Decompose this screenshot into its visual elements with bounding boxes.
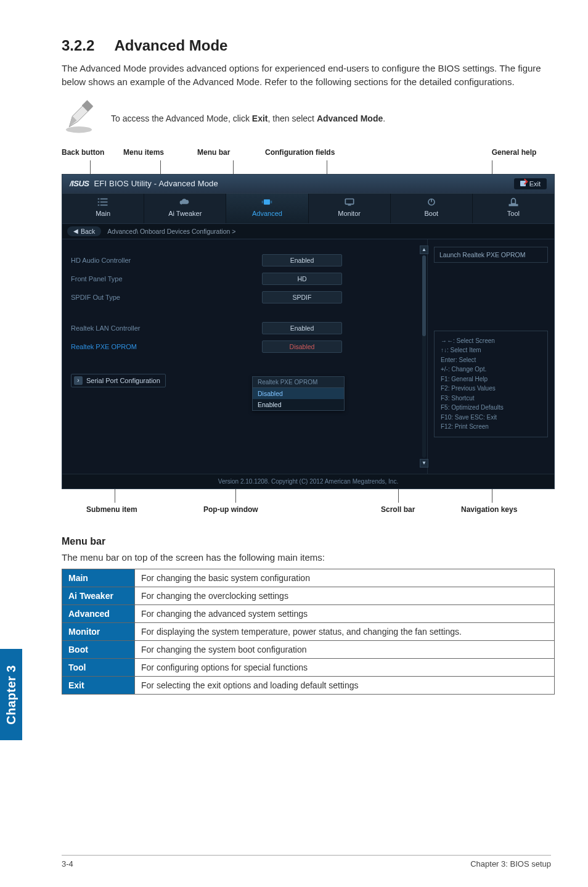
navkey-line: ↑↓: Select Item xyxy=(441,345,541,355)
scroll-up-button[interactable]: ▲ xyxy=(420,245,428,254)
bios-tab-bar: Main Ai Tweaker Advanced Monitor Boot To… xyxy=(62,194,554,223)
tab-boot-label: Boot xyxy=(424,210,438,217)
tab-advanced-label: Advanced xyxy=(252,210,282,217)
table-val: For configuring options for special func… xyxy=(135,658,555,676)
navkey-line: F3: Shortcut xyxy=(441,394,541,403)
table-row: BootFor changing the system boot configu… xyxy=(62,640,555,658)
label-back-button: Back button xyxy=(62,148,123,157)
scroll-thumb[interactable] xyxy=(422,255,426,336)
popup-option-enabled[interactable]: Enabled xyxy=(253,399,344,410)
tab-ai-label: Ai Tweaker xyxy=(168,210,202,217)
exit-icon xyxy=(520,181,526,186)
leader-line-bottom xyxy=(62,489,555,503)
leader-line-top xyxy=(62,160,555,174)
exit-button[interactable]: Exit xyxy=(514,178,547,189)
menu-bar-heading: Menu bar xyxy=(62,536,551,547)
chevron-right-icon: › xyxy=(74,376,83,385)
row-lan-value[interactable]: Enabled xyxy=(262,322,342,334)
navkey-line: +/-: Change Opt. xyxy=(441,365,541,374)
label-menu-bar: Menu bar xyxy=(197,148,265,157)
table-row: MainFor changing the basic system config… xyxy=(62,569,555,587)
table-val: For displaying the system temperature, p… xyxy=(135,622,555,640)
svg-rect-11 xyxy=(262,200,264,201)
top-callout-labels: Back button Menu items Menu bar Configur… xyxy=(62,148,551,157)
table-row: MonitorFor displaying the system tempera… xyxy=(62,622,555,640)
tab-boot[interactable]: Boot xyxy=(391,194,473,223)
arrow-left-icon: ◀ xyxy=(73,228,78,234)
table-row: ExitFor selecting the exit options and l… xyxy=(62,676,555,694)
tab-main[interactable]: Main xyxy=(62,194,144,223)
menu-bar-desc: The menu bar on top of the screen has th… xyxy=(62,552,551,563)
row-hd-audio-label: HD Audio Controller xyxy=(71,257,256,264)
cloud-icon xyxy=(179,197,191,207)
row-pxe: Realtek PXE OPROM Disabled xyxy=(71,340,421,353)
label-submenu-item: Submenu item xyxy=(86,505,137,514)
tab-main-label: Main xyxy=(96,210,110,217)
help-text: Launch Realtek PXE OPROM xyxy=(434,247,548,263)
section-title-text: Advanced Mode xyxy=(114,37,227,54)
table-key: Advanced xyxy=(62,604,135,622)
label-general-help: General help xyxy=(477,148,551,157)
svg-rect-9 xyxy=(100,204,108,205)
navkey-line: F12: Print Screen xyxy=(441,422,541,432)
chapter-side-tab: Chapter 3 xyxy=(0,649,22,740)
back-button-label: Back xyxy=(81,228,95,235)
navkey-line: F1: General Help xyxy=(441,374,541,384)
bios-scrollbar[interactable]: ▲ ▼ xyxy=(420,245,428,468)
row-lan-label: Realtek LAN Controller xyxy=(71,324,256,332)
svg-rect-14 xyxy=(271,202,272,203)
tab-advanced[interactable]: Advanced xyxy=(226,194,308,223)
bios-titlebar: /ISUS EFI BIOS Utility - Advanced Mode E… xyxy=(62,175,554,194)
table-val: For changing the advanced system setting… xyxy=(135,604,555,622)
svg-rect-13 xyxy=(271,200,272,201)
table-key: Main xyxy=(62,569,135,587)
table-val: For changing the basic system configurat… xyxy=(135,569,555,587)
back-button[interactable]: ◀ Back xyxy=(67,226,101,236)
row-spdif: SPDIF Out Type SPDIF xyxy=(71,291,421,303)
table-val: For selecting the exit options and loadi… xyxy=(135,676,555,694)
tab-ai-tweaker[interactable]: Ai Tweaker xyxy=(144,194,226,223)
power-icon xyxy=(425,197,438,207)
row-serial: › Serial Port Configuration xyxy=(71,374,421,387)
tool-icon xyxy=(507,197,520,207)
submenu-serial-port[interactable]: › Serial Port Configuration xyxy=(71,374,166,387)
label-config-fields: Configuration fields xyxy=(265,148,382,157)
label-menu-items: Menu items xyxy=(123,148,197,157)
section-number: 3.2.2 xyxy=(62,37,94,54)
breadcrumb-text: Advanced\ Onboard Devices Configuration … xyxy=(107,228,235,235)
row-front-panel-value[interactable]: HD xyxy=(262,273,342,285)
table-key: Exit xyxy=(62,676,135,694)
table-row: Ai TweakerFor changing the overclocking … xyxy=(62,587,555,604)
navkey-line: F5: Optimized Defaults xyxy=(441,403,541,413)
row-lan: Realtek LAN Controller Enabled xyxy=(71,322,421,334)
svg-rect-15 xyxy=(345,199,353,204)
pencil-icon xyxy=(62,100,96,137)
row-pxe-value[interactable]: Disabled xyxy=(262,340,342,353)
exit-button-label: Exit xyxy=(529,180,541,188)
table-val: For changing the overclocking settings xyxy=(135,587,555,604)
row-pxe-label: Realtek PXE OPROM xyxy=(71,343,256,350)
row-spdif-value[interactable]: SPDIF xyxy=(262,291,342,303)
section-heading: 3.2.2Advanced Mode xyxy=(62,37,551,54)
bios-title: EFI BIOS Utility - Advanced Mode xyxy=(94,179,218,188)
table-row: ToolFor configuring options for special … xyxy=(62,658,555,676)
row-front-panel-label: Front Panel Type xyxy=(71,275,256,283)
svg-rect-8 xyxy=(98,204,100,205)
table-val: For changing the system boot configurati… xyxy=(135,640,555,658)
submenu-serial-port-label: Serial Port Configuration xyxy=(86,377,160,384)
svg-rect-10 xyxy=(264,199,270,204)
row-hd-audio-value[interactable]: Enabled xyxy=(262,254,342,266)
bios-window: /ISUS EFI BIOS Utility - Advanced Mode E… xyxy=(62,174,555,489)
svg-rect-12 xyxy=(262,202,264,203)
note-text: To access the Advanced Mode, click Exit,… xyxy=(111,113,385,123)
tab-monitor[interactable]: Monitor xyxy=(309,194,391,223)
scroll-down-button[interactable]: ▼ xyxy=(420,459,428,468)
scroll-track-bar[interactable] xyxy=(422,255,426,458)
tab-tool[interactable]: Tool xyxy=(473,194,554,223)
tab-monitor-label: Monitor xyxy=(338,210,361,217)
popup-option-disabled[interactable]: Disabled xyxy=(253,388,344,399)
popup-title: Realtek PXE OPROM xyxy=(253,377,344,388)
page-chapter: Chapter 3: BIOS setup xyxy=(470,859,551,868)
table-key: Tool xyxy=(62,658,135,676)
label-popup: Pop-up window xyxy=(203,505,258,514)
